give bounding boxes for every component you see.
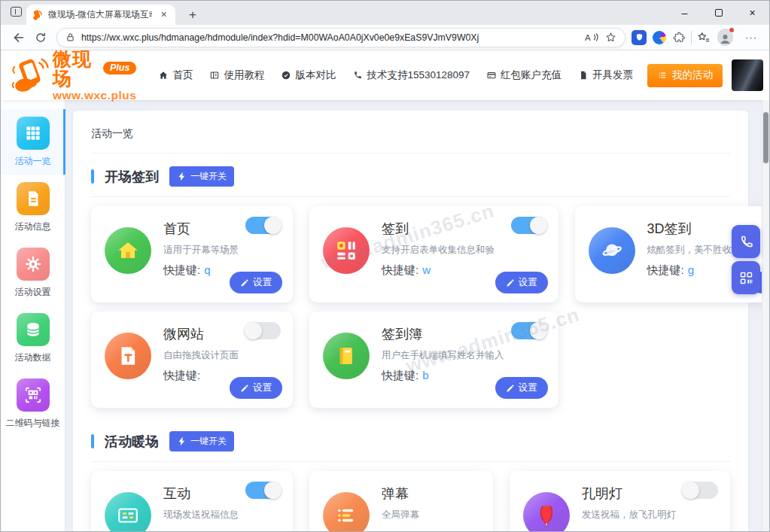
toggle-switch[interactable] [245, 322, 281, 339]
lantern-icon [523, 492, 570, 532]
gear-icon [17, 248, 50, 281]
section-accent-bar [91, 169, 94, 184]
close-button[interactable]: × [735, 1, 769, 25]
nav-item-5[interactable]: 开具发票 [578, 68, 633, 82]
profile-avatar-icon[interactable] [717, 29, 733, 46]
sidebar-item-label: 活动信息 [1, 220, 65, 233]
my-activity-label: 我的活动 [672, 68, 713, 82]
card-body: 弹幕全局弹幕 [382, 482, 482, 532]
hotkey-value: g [688, 263, 694, 276]
favorite-star-icon[interactable] [605, 32, 616, 43]
phone-icon [352, 70, 363, 81]
lock-icon [65, 32, 75, 42]
pencil-icon [506, 278, 515, 287]
sidebar-item-4[interactable]: 二维码与链接 [1, 371, 65, 436]
scrollbar-thumb[interactable] [763, 112, 768, 163]
hotkey-label: 快捷键: [382, 263, 418, 276]
pencil-icon [240, 278, 249, 287]
logo-subtitle: www.wxc.plus [53, 90, 136, 102]
switch-all-button[interactable]: 一键开关 [169, 431, 234, 451]
collections-icon[interactable] [697, 31, 710, 44]
module-card: 微网站自由拖拽设计页面快捷键:设置 [91, 312, 293, 408]
phone-icon[interactable] [732, 225, 760, 258]
settings-button[interactable]: 设置 [230, 272, 282, 293]
nav-item-3[interactable]: 技术支持15530128097 [352, 68, 470, 82]
toggle-switch[interactable] [245, 217, 281, 234]
hotkey-row: 快捷键:q [163, 263, 239, 278]
settings-button[interactable]: 设置 [230, 377, 282, 399]
address-bar[interactable]: https://wx.wxc.plus/hdmanage/hdmodule/in… [56, 28, 625, 47]
read-aloud-icon[interactable]: A [584, 32, 599, 43]
refresh-icon[interactable] [30, 27, 50, 47]
card-description: 发送祝福，放飞孔明灯 [582, 509, 676, 521]
card-description: 用户在手机端填写姓名并输入 [382, 349, 504, 362]
sidebar-item-1[interactable]: 活动信息 [1, 175, 65, 240]
qr-code-icon[interactable] [732, 261, 760, 294]
page-title: 活动一览 [91, 111, 730, 154]
switch-all-button[interactable]: 一键开关 [169, 166, 234, 187]
back-icon[interactable] [8, 27, 29, 47]
hotkey-value: w [422, 263, 431, 276]
hotkey-row: 快捷键:w [382, 263, 504, 278]
page-body: 活动一览活动信息活动设置活动数据二维码与链接 活动一览 开场签到一键开关首页适用… [1, 100, 769, 532]
card-title: 微网站 [163, 325, 239, 343]
toggle-switch[interactable] [511, 322, 546, 339]
card-description: 现场发送祝福信息 [163, 509, 239, 521]
hotkey-label: 快捷键: [163, 263, 200, 276]
qr-link-icon [17, 378, 50, 412]
wallet-icon [486, 70, 497, 81]
nav-item-label: 红包账户充值 [501, 68, 562, 82]
colorful-extension-icon[interactable] [653, 31, 666, 44]
card-title: 孔明灯 [582, 485, 676, 503]
logo-plus-badge: Plus [103, 62, 136, 74]
toggle-switch[interactable] [245, 482, 281, 499]
settings-button[interactable]: 设置 [495, 377, 548, 399]
card-title: 签到 [382, 220, 504, 238]
switch-icon [177, 172, 187, 181]
card-title: 互动 [163, 485, 239, 503]
card-description: 支持开启表单收集信息和验 [382, 244, 504, 257]
switch-icon [177, 436, 187, 446]
hotkey-value: b [422, 369, 428, 382]
planet-icon [589, 227, 635, 274]
user-avatar[interactable] [732, 59, 763, 91]
nav-item-4[interactable]: 红包账户充值 [486, 68, 562, 82]
scrollbar-track[interactable] [762, 100, 769, 532]
list-icon [657, 70, 668, 81]
minimize-button[interactable]: – [668, 1, 702, 25]
extensions-puzzle-icon[interactable] [672, 31, 686, 44]
browser-tab[interactable]: 微现场-微信大屏幕现场互动服务 × [26, 5, 175, 25]
more-menu-icon[interactable]: ··· [741, 32, 762, 43]
card-description: 自由拖拽设计页面 [163, 349, 239, 362]
logo-text: 微现场 Plus www.wxc.plus [53, 50, 136, 102]
home-icon [158, 70, 169, 81]
browser-toolbar: https://wx.wxc.plus/hdmanage/hdmodule/in… [1, 25, 769, 50]
toggle-switch[interactable] [511, 217, 546, 234]
maximize-button[interactable] [702, 1, 735, 25]
section-title: 开场签到 [105, 168, 159, 186]
site-header: 微现场 Plus www.wxc.plus 首页使用教程版本对比技术支持1553… [1, 50, 769, 100]
nav-item-1[interactable]: 使用教程 [209, 68, 264, 82]
settings-label: 设置 [253, 276, 272, 289]
sidebar-item-0[interactable]: 活动一览 [1, 109, 65, 175]
tab-close-icon[interactable]: × [157, 8, 170, 21]
tab-actions-icon[interactable] [11, 7, 22, 17]
logo-hand-phone-icon [11, 56, 50, 95]
sidebar-item-3[interactable]: 活动数据 [1, 306, 65, 371]
check-circle-icon [281, 70, 291, 81]
sections: 开场签到一键开关首页适用于开幕等场景快捷键:q设置签到支持开启表单收集信息和验快… [91, 154, 730, 532]
toggle-switch[interactable] [683, 482, 718, 499]
nav-item-2[interactable]: 版本对比 [281, 68, 336, 82]
settings-label: 设置 [253, 382, 272, 394]
nav-item-0[interactable]: 首页 [158, 68, 193, 82]
my-activity-button[interactable]: 我的活动 [647, 64, 723, 87]
web-page: 微现场 Plus www.wxc.plus 首页使用教程版本对比技术支持1553… [1, 50, 769, 532]
new-tab-button[interactable]: + [184, 6, 202, 24]
site-logo[interactable]: 微现场 Plus www.wxc.plus [11, 50, 136, 102]
toggle-knob [530, 217, 547, 234]
settings-button[interactable]: 设置 [495, 272, 548, 293]
qr-sign-icon [323, 227, 370, 274]
hotkey-label: 快捷键: [382, 369, 418, 382]
shield-extension-icon[interactable] [632, 30, 647, 45]
sidebar-item-2[interactable]: 活动设置 [1, 240, 65, 306]
